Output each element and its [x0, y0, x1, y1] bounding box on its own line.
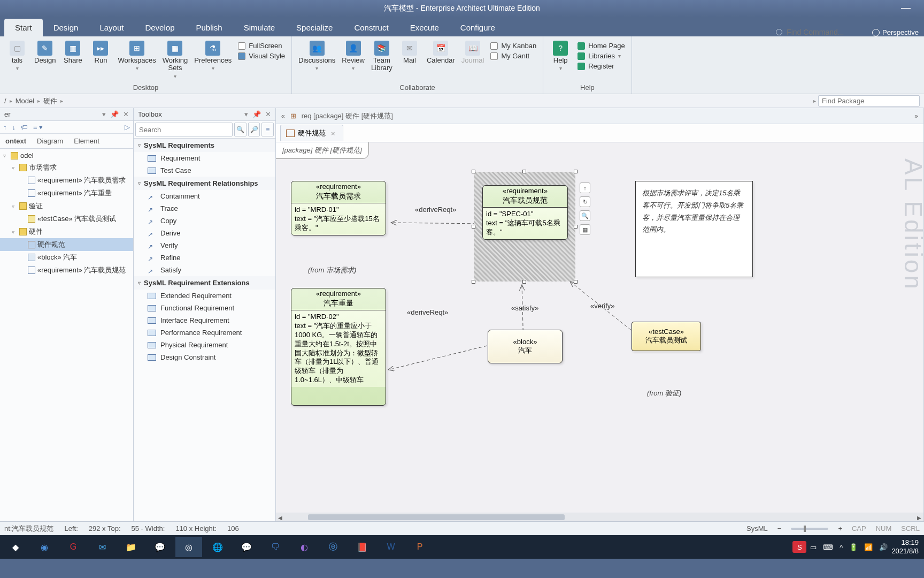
tree-node[interactable]: «testCase» 汽车载员测试 — [0, 212, 133, 225]
tree-node[interactable]: «requirement» 汽车重量 — [0, 187, 133, 200]
tree-node[interactable]: «requirement» 汽车载员需求 — [0, 174, 133, 187]
perspective-button[interactable]: Perspective — [872, 28, 924, 36]
breadcrumb-seg-hardware[interactable]: 硬件 — [43, 96, 57, 106]
taskbar-clock[interactable]: 18:19 2021/8/8 — [891, 538, 922, 555]
search-element-icon[interactable]: 🔎 — [248, 123, 260, 136]
toolbox-item[interactable]: Derive — [134, 227, 275, 239]
find-command-input[interactable] — [787, 28, 861, 36]
taskbar-app-1[interactable]: ◆ — [2, 537, 29, 557]
diagram-tab[interactable]: 硬件规范 × — [280, 125, 343, 141]
browser-tab-element[interactable]: Element — [68, 134, 105, 148]
collapse-right-icon[interactable]: » — [914, 112, 918, 120]
portals-button[interactable]: ▢tals▾ — [4, 40, 30, 72]
stamp-icon[interactable]: 🏷 — [21, 123, 28, 131]
tree-node[interactable]: «requirement» 汽车载员规范 — [0, 264, 133, 277]
calendar-button[interactable]: 📅Calendar — [425, 40, 457, 65]
taskbar-edge[interactable]: 🌐 — [204, 537, 231, 557]
tree-node[interactable]: ▿odel — [0, 150, 133, 161]
menu-icon[interactable]: ≡ ▾ — [33, 123, 43, 131]
ribbon-tab-develop[interactable]: Develop — [134, 19, 185, 36]
design-button[interactable]: ✎Design — [32, 40, 58, 65]
discussions-button[interactable]: 👥Discussions▾ — [296, 40, 337, 72]
taskbar-app-3[interactable]: G — [60, 537, 87, 557]
battery-icon[interactable]: 🔋 — [846, 543, 860, 551]
taskbar-word[interactable]: W — [378, 537, 404, 557]
toolbox-item[interactable]: Physical Requirement — [134, 339, 275, 351]
toolbox-item[interactable]: Extended Requirement — [134, 290, 275, 302]
tray-up-icon[interactable]: ^ — [837, 543, 845, 551]
search-icon[interactable]: 🔍 — [580, 210, 590, 221]
browser-tab-diagram[interactable]: Diagram — [32, 134, 68, 148]
tree-icon[interactable]: ⊞ — [290, 112, 296, 120]
toolbox-item[interactable]: Refine — [134, 252, 275, 264]
register-button[interactable]: Register — [578, 62, 625, 70]
browser-tree[interactable]: ▿odel▿市场需求«requirement» 汽车载员需求«requireme… — [0, 149, 133, 521]
toolbox-item[interactable]: Containment — [134, 190, 275, 202]
review-button[interactable]: 👤Review▾ — [340, 40, 367, 72]
dropdown-icon[interactable]: ▾ — [102, 110, 106, 118]
workspaces-button[interactable]: ⊞Workspaces▾ — [116, 40, 158, 72]
toolbox-item[interactable]: Interface Requirement — [134, 314, 275, 326]
toolbox-item[interactable]: Copy — [134, 215, 275, 227]
run-button[interactable]: ▸▸Run — [88, 40, 113, 65]
taskbar-app-10[interactable]: 🗨 — [262, 537, 289, 557]
visual-style-button[interactable]: Visual Style — [238, 52, 285, 60]
play-icon[interactable]: ▷ — [125, 123, 130, 131]
ribbon-tab-execute[interactable]: Execute — [399, 19, 450, 36]
working-sets-button[interactable]: ▦Working Sets▾ — [160, 40, 190, 80]
ribbon-tab-construct[interactable]: Construct — [343, 19, 399, 36]
arrow-up-icon[interactable]: ↑ — [580, 182, 590, 193]
fullscreen-button[interactable]: FullScreen — [238, 42, 285, 50]
toolbox-list[interactable]: ▿SysML RequirementsRequirementTest Case▿… — [134, 139, 275, 521]
minimize-button[interactable]: — — [901, 2, 911, 13]
tree-node[interactable]: 硬件规范 — [0, 238, 133, 251]
refresh-icon[interactable]: ↻ — [580, 196, 590, 207]
breadcrumb-home[interactable]: / — [4, 97, 6, 105]
pin-icon[interactable]: 📌 — [110, 110, 119, 118]
ribbon-tab-specialize[interactable]: Specialize — [286, 19, 343, 36]
sys-icon-2[interactable]: ⌨ — [820, 543, 836, 551]
taskbar-app-11[interactable]: ◐ — [291, 537, 318, 557]
scroll-right-icon[interactable]: ▶ — [915, 514, 923, 521]
block-element[interactable]: «block» 汽车 — [488, 330, 563, 363]
toolbox-section-header[interactable]: ▿SysML Requirement Relationships — [134, 177, 275, 190]
taskbar-mail[interactable]: ✉ — [89, 537, 116, 557]
taskbar-ppt[interactable]: P — [406, 537, 433, 557]
tree-node[interactable]: ▿市场需求 — [0, 161, 133, 174]
testcase-element[interactable]: «testCase» 汽车载员测试 — [632, 322, 701, 351]
preferences-button[interactable]: ⚗Preferences▾ — [192, 40, 234, 72]
taskbar-wechat2[interactable]: 💬 — [233, 537, 260, 557]
toolbox-item[interactable]: Requirement — [134, 152, 275, 164]
toolbox-item[interactable]: Test Case — [134, 164, 275, 177]
home-page-button[interactable]: Home Page — [578, 42, 625, 50]
journal-button[interactable]: 📖Journal — [459, 40, 487, 65]
toolbox-item[interactable]: Performance Requirement — [134, 326, 275, 339]
down-icon[interactable]: ↓ — [12, 123, 16, 131]
close-icon[interactable]: ✕ — [265, 110, 271, 118]
breadcrumb-seg-model[interactable]: Model — [16, 97, 34, 105]
up-icon[interactable]: ↑ — [3, 123, 7, 131]
tree-node[interactable]: «block» 汽车 — [0, 251, 133, 264]
ribbon-tab-configure[interactable]: Configure — [450, 19, 506, 36]
toolbox-item[interactable]: Verify — [134, 239, 275, 252]
close-icon[interactable]: ✕ — [123, 110, 129, 118]
team-library-button[interactable]: 📚Team Library — [369, 40, 395, 73]
ribbon-tab-start[interactable]: Start — [4, 19, 43, 36]
requirement-element-2[interactable]: «requirement» 汽车载员规范 id = "SPEC-01" text… — [482, 185, 568, 240]
ribbon-tab-publish[interactable]: Publish — [185, 19, 233, 36]
pin-icon[interactable]: 📌 — [252, 110, 261, 118]
collapse-left-icon[interactable]: « — [281, 112, 285, 120]
toolbox-item[interactable]: Functional Requirement — [134, 302, 275, 314]
toolbox-section-header[interactable]: ▿SysML Requirements — [134, 139, 275, 152]
share-button[interactable]: ▥Share — [60, 40, 86, 65]
sys-icon-1[interactable]: ▭ — [807, 543, 819, 551]
dropdown-icon[interactable]: ▾ — [244, 110, 248, 118]
search-icon[interactable]: 🔍 — [234, 123, 247, 136]
note-element[interactable]: 根据市场需求评审，决定15名乘客不可行。开发部门将争取5名乘客，并尽量汽车重量保… — [635, 181, 753, 277]
taskbar-wechat[interactable]: 💬 — [147, 537, 173, 557]
tree-node[interactable]: ▿验证 — [0, 200, 133, 212]
my-kanban-button[interactable]: My Kanban — [490, 42, 536, 50]
requirement-element-1[interactable]: «requirement» 汽车载员需求 id = "MRD-01" text … — [291, 181, 386, 235]
horizontal-scrollbar[interactable]: ◀ ▶ — [276, 513, 923, 521]
ribbon-tab-layout[interactable]: Layout — [89, 19, 134, 36]
